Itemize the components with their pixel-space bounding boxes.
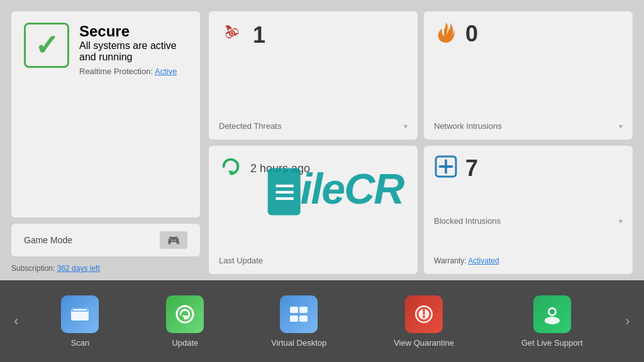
right-panel: 1 Detected Threats ▾ 0: [209, 11, 633, 274]
vdesktop-icon-box: [280, 295, 318, 333]
update-time: 2 hours ago: [250, 162, 310, 175]
gamemode-card[interactable]: Game Mode 🎮: [11, 224, 200, 256]
taskbar-item-quarantine[interactable]: View Quarantine: [384, 290, 464, 353]
support-icon-box: [533, 295, 571, 333]
threats-count: 1: [253, 22, 265, 48]
scan-label: Scan: [71, 338, 90, 348]
blocked-label: Blocked Intrusions: [434, 216, 501, 226]
svg-rect-13: [299, 307, 308, 313]
update-icon-box: [166, 295, 204, 333]
plus-box-icon: [434, 155, 458, 182]
blocked-top: 7: [434, 155, 623, 182]
svg-rect-14: [290, 315, 298, 322]
blocked-card: 7 Blocked Intrusions ▾ Warranty: Activat…: [424, 146, 633, 274]
quarantine-label: View Quarantine: [394, 338, 454, 348]
taskbar-next-arrow[interactable]: ›: [616, 280, 639, 362]
update-top: 2 hours ago: [219, 155, 408, 182]
intrusions-top: 0: [434, 20, 623, 48]
secure-icon-box: ✓: [24, 23, 69, 68]
update-bottom: Last Update: [219, 253, 408, 265]
quarantine-icon-box: [405, 295, 443, 333]
realtime-label: Realtime Protection:: [79, 67, 153, 76]
status-description: All systems are active and running: [79, 40, 187, 63]
svg-point-10: [177, 306, 193, 322]
subscription-value-link[interactable]: 362 days left: [57, 264, 100, 273]
intrusions-label: Network Intrusions: [434, 121, 502, 131]
svg-point-22: [550, 309, 555, 314]
gamemode-icon: 🎮: [160, 231, 187, 249]
intrusions-card: 0 Network Intrusions ▾: [424, 11, 633, 140]
update-card: 2 hours ago Last Update: [209, 146, 418, 274]
content-area: ✓ Secure All systems are active and runn…: [0, 0, 644, 280]
gamemode-label: Game Mode: [24, 235, 72, 245]
threats-card: 1 Detected Threats ▾: [209, 11, 418, 140]
taskbar-item-vdesktop[interactable]: Virtual Desktop: [261, 290, 336, 353]
fire-icon: [434, 20, 458, 48]
warranty-label: Warranty:: [434, 256, 467, 265]
realtime-row: Realtime Protection: Active: [79, 63, 187, 76]
svg-rect-9: [73, 309, 87, 310]
threats-label: Detected Threats: [219, 121, 281, 131]
svg-rect-15: [299, 315, 308, 322]
biohazard-icon: [219, 20, 245, 50]
warranty-row: Warranty: Activated: [434, 256, 623, 265]
intrusions-count: 0: [465, 21, 478, 47]
svg-point-2: [231, 32, 233, 35]
taskbar-item-update[interactable]: Update: [156, 290, 214, 353]
svg-rect-12: [290, 307, 298, 313]
vdesktop-label: Virtual Desktop: [271, 338, 326, 348]
subscription-row: Subscription: 362 days left: [11, 263, 200, 274]
svg-point-19: [423, 315, 425, 318]
scan-icon-box: [61, 295, 99, 333]
blocked-count: 7: [465, 155, 478, 182]
status-title: Secure: [79, 23, 187, 40]
intrusions-bottom: Network Intrusions ▾: [434, 119, 623, 131]
main-container: ≡ileCR ✓ Secure All systems are active a…: [0, 0, 644, 362]
threats-bottom: Detected Threats ▾: [219, 119, 408, 131]
update-label: Last Update: [219, 256, 263, 265]
svg-point-21: [545, 317, 560, 324]
warranty-value-link[interactable]: Activated: [468, 256, 499, 265]
threats-top: 1: [219, 20, 408, 50]
subscription-label: Subscription:: [11, 264, 55, 273]
checkmark-icon: ✓: [35, 31, 59, 60]
support-label: Get Live Support: [521, 338, 583, 348]
taskbar-item-scan[interactable]: Scan: [51, 290, 109, 353]
taskbar-prev-arrow[interactable]: ‹: [5, 280, 28, 362]
taskbar-items: Scan Update: [28, 290, 616, 353]
left-panel: ✓ Secure All systems are active and runn…: [11, 11, 200, 274]
blocked-bottom: Blocked Intrusions ▾: [434, 214, 623, 226]
refresh-icon: [219, 155, 243, 182]
status-text: Secure All systems are active and runnin…: [79, 23, 187, 76]
realtime-value-link[interactable]: Active: [155, 67, 177, 76]
status-card: ✓ Secure All systems are active and runn…: [11, 11, 200, 217]
taskbar: ‹ Scan: [0, 280, 644, 362]
update-label: Update: [172, 338, 198, 348]
taskbar-item-support[interactable]: Get Live Support: [511, 290, 593, 353]
